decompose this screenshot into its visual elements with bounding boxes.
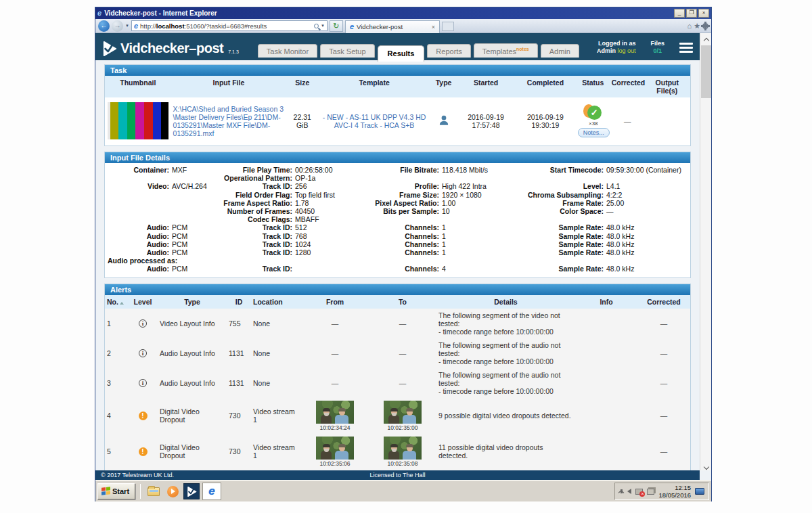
details-row: Audio processed as:	[108, 256, 687, 265]
vertical-scrollbar[interactable]	[700, 33, 711, 470]
status-alert-count: ×38	[589, 120, 598, 127]
refresh-button[interactable]: ↻	[330, 20, 343, 32]
window-title: Vidchecker-post - Internet Explorer	[104, 9, 674, 17]
alert-row[interactable]: 4 i ! Digital Video Dropout 730 Video st…	[105, 398, 690, 434]
logout-link[interactable]: log out	[617, 47, 635, 54]
vidchecker-app-button[interactable]	[183, 483, 200, 499]
page-viewport: Vidchecker–post 7.1.3 Task MonitorTask S…	[95, 33, 711, 480]
file-explorer-button[interactable]	[145, 483, 162, 499]
task-output-files	[644, 119, 690, 123]
close-button[interactable]: ×	[698, 9, 709, 18]
media-player-button[interactable]	[164, 483, 181, 499]
input-file-link[interactable]: X:\HCA\Shed and Buried Season 3 \Master …	[173, 105, 285, 137]
to-timecode: 10:02:35:08	[384, 460, 422, 467]
task-type-user-icon	[438, 114, 450, 127]
window-titlebar[interactable]: e Vidchecker-post - Internet Explorer _ …	[95, 7, 711, 19]
task-table-header: Thumbnail Input File Size Template Type …	[105, 76, 690, 97]
home-icon[interactable]: ⌂	[687, 22, 692, 30]
internet-explorer-button[interactable]: e	[202, 483, 221, 500]
app-header: Vidchecker–post 7.1.3 Task MonitorTask S…	[95, 33, 700, 60]
task-section-title: Task	[105, 65, 690, 76]
network-disconnected-icon[interactable]	[635, 489, 643, 495]
minimize-button[interactable]: _	[674, 9, 685, 18]
info-icon: i	[139, 349, 147, 357]
tab-close-icon[interactable]: ×	[432, 24, 435, 30]
notes-button[interactable]: Notes...	[578, 128, 610, 137]
favorites-star-icon[interactable]: ★	[694, 22, 700, 30]
scrollbar-thumb[interactable]	[701, 45, 711, 98]
alerts-table-body: 1 i ! Video Layout Info 755 None	[105, 309, 690, 470]
app-tab[interactable]: Reports	[427, 44, 471, 58]
template-link[interactable]: - NEW - AS-11 UK DPP V4.3 HD AVC-I 4 Tra…	[320, 113, 428, 129]
windows-update-icon[interactable]	[647, 489, 654, 495]
alert-row[interactable]: 1 i ! Video Layout Info 755 None	[105, 309, 690, 338]
menu-hamburger-icon[interactable]	[679, 43, 693, 53]
restore-button[interactable]: ❐	[686, 9, 697, 18]
to-frame-thumbnail[interactable]	[384, 401, 422, 424]
from-frame-thumbnail[interactable]	[316, 437, 354, 460]
task-completed: 2016-09-19 19:30:19	[515, 111, 576, 131]
details-row: Audio:PCM Track ID:512 Channels:1 Sample…	[108, 223, 687, 231]
login-status: Logged in as Admin log out	[597, 40, 636, 55]
alert-row[interactable]: 2 i ! Audio Layout Info 1131 None	[105, 338, 690, 368]
details-row: Field Order Flag:Top field first Frame S…	[108, 191, 687, 199]
taskbar-clock[interactable]: 12:1518/05/2016	[658, 484, 691, 499]
sort-asc-icon[interactable]	[120, 302, 124, 305]
task-corrected: —	[611, 115, 644, 127]
details-row: Audio:PCM Track ID:1280 Channels:1 Sampl…	[108, 248, 687, 256]
info-icon: i	[139, 319, 147, 328]
task-size: 22.31 GiB	[286, 111, 318, 131]
forward-button[interactable]: →	[112, 20, 123, 32]
warning-icon: !	[139, 447, 148, 456]
tab-favicon: e	[350, 23, 354, 30]
app-tab[interactable]: Task Setup	[320, 44, 374, 58]
details-row: Container:MXF File Play Time:00:26:58:00…	[108, 166, 687, 174]
app-name: Vidchecker–post	[120, 41, 223, 56]
system-tray: 12:1518/05/2016	[614, 483, 709, 500]
scroll-down-icon[interactable]	[700, 460, 711, 470]
ie-icon: e	[97, 9, 102, 17]
tab-title: Vidchecker-post	[357, 23, 403, 30]
app-version: 7.1.3	[228, 49, 239, 54]
back-button[interactable]: ←	[98, 20, 110, 32]
history-dropdown-icon[interactable]: ▼	[125, 24, 129, 28]
windows-taskbar: Start e 12:1518/05/2016	[95, 480, 711, 501]
new-tab-button[interactable]	[442, 22, 454, 31]
details-row: Audio:PCM Track ID:1024 Channels:1 Sampl…	[108, 240, 687, 248]
warning-icon: !	[139, 411, 148, 420]
app-tab[interactable]: Admin	[541, 44, 579, 58]
alerts-section-title: Alerts	[105, 284, 690, 295]
address-bar[interactable]: e http://localhost:51060/?taskid=6683#re…	[131, 20, 328, 31]
volume-icon[interactable]	[627, 489, 631, 494]
alert-row[interactable]: 3 i ! Audio Layout Info 1131 None	[105, 368, 690, 398]
files-counter[interactable]: Files 0/1	[650, 40, 664, 55]
desktop-capture: e Vidchecker-post - Internet Explorer _ …	[0, 0, 812, 513]
app-tab[interactable]: Templatesnotes	[474, 43, 538, 58]
app-logo: Vidchecker–post 7.1.3	[102, 41, 239, 56]
app-tab[interactable]: Results	[378, 45, 425, 62]
details-row: Audio:PCM Track ID:768 Channels:1 Sample…	[108, 232, 687, 240]
scroll-up-icon[interactable]	[700, 33, 711, 44]
alert-row[interactable]: 5 i ! Digital Video Dropout 730 Video st…	[105, 434, 690, 470]
start-button[interactable]: Start	[97, 483, 135, 499]
status-passed-check-icon: ✓	[587, 106, 602, 120]
address-dropdown-icon[interactable]: ▼	[321, 24, 325, 28]
details-section-title: Input File Details	[105, 152, 690, 163]
details-row: Operational Pattern:OP-1a	[108, 174, 687, 182]
browser-tab[interactable]: e Vidchecker-post ×	[345, 20, 440, 33]
search-icon[interactable]	[314, 24, 319, 28]
task-section: Task Thumbnail Input File Size Template …	[104, 64, 691, 146]
windows-flag-icon	[102, 487, 110, 495]
app-tab[interactable]: Task Monitor	[258, 44, 317, 58]
copyright-text: © 2017 Telestream UK Ltd.	[101, 472, 174, 478]
details-grid: Container:MXF File Play Time:00:26:58:00…	[105, 163, 690, 277]
vidchecker-logo-icon	[102, 41, 117, 56]
alerts-section: Alerts No. Level Type ID Location From T…	[104, 284, 691, 470]
license-text: Licensed to The Hall	[95, 472, 700, 478]
task-thumbnail-colorbars[interactable]	[108, 102, 168, 139]
remote-screen: e Vidchecker-post - Internet Explorer _ …	[95, 7, 712, 501]
settings-gear-icon[interactable]	[702, 23, 708, 29]
to-frame-thumbnail[interactable]	[384, 437, 422, 460]
show-desktop-icon[interactable]	[695, 488, 704, 495]
from-frame-thumbnail[interactable]	[316, 401, 354, 424]
